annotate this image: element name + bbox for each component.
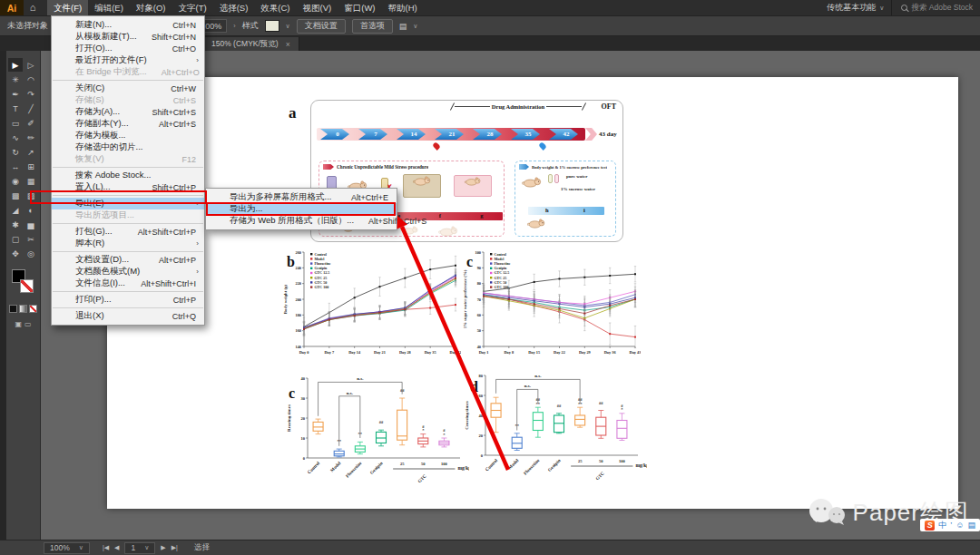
- export-submenu-item-0[interactable]: 导出为多种屏幕所用格式...Alt+Ctrl+E: [206, 191, 397, 203]
- paintbrush-tool[interactable]: ✐: [24, 116, 38, 130]
- home-icon[interactable]: ⌂: [24, 0, 42, 15]
- menubar-item-5[interactable]: 效果(C): [254, 0, 296, 15]
- ime-punct-icon[interactable]: ’: [950, 521, 952, 530]
- menubar-item-3[interactable]: 文字(T): [172, 0, 213, 15]
- ime-toolbar[interactable]: S 中 ’ ☺ ▤: [920, 519, 980, 531]
- ime-keyboard-icon[interactable]: ▤: [967, 521, 975, 530]
- color-mode-button[interactable]: [9, 305, 17, 313]
- file-menu-item-14[interactable]: 搜索 Adobe Stock...: [52, 170, 204, 181]
- menubar-item-6[interactable]: 视图(V): [297, 0, 338, 15]
- chevron-down-icon[interactable]: ∨: [286, 23, 290, 30]
- width-tool[interactable]: ↔: [8, 160, 23, 173]
- file-menu-item-21[interactable]: 脚本(R)›: [52, 238, 204, 249]
- file-menu-item-0[interactable]: 新建(N)...Ctrl+N: [52, 19, 204, 31]
- file-menu-item-8[interactable]: 存储为(A)...Shift+Ctrl+S: [52, 106, 204, 118]
- direct-selection-tool[interactable]: ▷: [24, 58, 38, 72]
- menubar-item-0[interactable]: 文件(F): [47, 0, 88, 15]
- gradient-tool[interactable]: ▨: [24, 189, 38, 202]
- file-menu-item-29[interactable]: 退出(X)Ctrl+Q: [52, 310, 204, 322]
- perspective-grid-tool[interactable]: ▦: [24, 174, 38, 188]
- file-menu-item-6[interactable]: 关闭(C)Ctrl+W: [52, 83, 204, 94]
- align-icon[interactable]: ▤: [399, 22, 407, 31]
- menubar-item-4[interactable]: 选择(S): [213, 0, 255, 15]
- file-menu-item-27[interactable]: 打印(P)...Ctrl+P: [52, 294, 204, 306]
- gradient-mode-button[interactable]: [19, 305, 27, 313]
- file-menu-item-17[interactable]: 导出(E)›: [52, 198, 204, 209]
- file-menu-item-1[interactable]: 从模板新建(T)...Shift+Ctrl+N: [52, 31, 204, 43]
- style-swatch[interactable]: [265, 20, 279, 32]
- file-menu-item-9[interactable]: 存储副本(Y)...Alt+Ctrl+S: [52, 118, 204, 130]
- menubar-item-7[interactable]: 窗口(W): [338, 0, 381, 15]
- file-menu-item-20[interactable]: 打包(G)...Alt+Shift+Ctrl+P: [52, 226, 204, 238]
- file-menu-item-24[interactable]: 文档颜色模式(M)›: [52, 266, 204, 278]
- svg-text:**: **: [358, 432, 363, 436]
- artboard[interactable]: a b c c d Drug AdministrationOFT43 day07…: [107, 77, 958, 509]
- lasso-tool[interactable]: ◠: [24, 73, 38, 86]
- blend-tool[interactable]: ◐: [24, 203, 38, 217]
- file-menu-item-15[interactable]: 置入(L)...Shift+Ctrl+P: [52, 181, 204, 193]
- svg-text:Model: Model: [329, 461, 342, 473]
- zoom-level-dropdown[interactable]: 100% ∨: [44, 542, 90, 554]
- file-menu-item-label: 存储(S): [75, 94, 104, 106]
- chevron-down-icon[interactable]: ∨: [413, 23, 417, 30]
- fill-stroke-control[interactable]: [12, 269, 35, 298]
- svg-text:Day 21: Day 21: [374, 350, 386, 355]
- hand-tool[interactable]: ✥: [8, 247, 23, 260]
- selection-tool[interactable]: ▶: [8, 58, 23, 72]
- sucrose-water-label: 1% sucrose water: [561, 187, 595, 191]
- file-menu-item-11[interactable]: 存储选中的切片...: [52, 141, 204, 153]
- document-setup-button[interactable]: 文档设置: [297, 19, 346, 34]
- close-icon[interactable]: ×: [286, 40, 290, 49]
- ime-lang-icon[interactable]: 中: [938, 520, 946, 531]
- shortcut-label: Alt+Shift+Ctrl+I: [126, 279, 196, 288]
- symbol-sprayer-tool[interactable]: ✱: [8, 218, 23, 231]
- line-segment-tool[interactable]: ╱: [24, 102, 38, 115]
- export-submenu-item-2[interactable]: 存储为 Web 所用格式（旧版）...Alt+Shift+Ctrl+S: [206, 215, 397, 227]
- menubar-item-1[interactable]: 编辑(E): [88, 0, 130, 15]
- shape-builder-tool[interactable]: ◉: [8, 174, 23, 188]
- preferences-button[interactable]: 首选项: [352, 19, 393, 34]
- eyedropper-tool[interactable]: ◢: [8, 203, 23, 217]
- workspace-switcher[interactable]: 传统基本功能 ∨: [827, 2, 884, 14]
- file-menu-item-2[interactable]: 打开(O)...Ctrl+O: [52, 43, 204, 54]
- menubar-item-2[interactable]: 对象(O): [130, 0, 172, 15]
- zoom-tool[interactable]: ◎: [24, 247, 38, 260]
- type-tool[interactable]: T: [8, 102, 23, 115]
- svg-text:Day 36: Day 36: [604, 350, 617, 355]
- screen-mode-icon[interactable]: ▭: [24, 320, 32, 328]
- rectangle-tool[interactable]: ▭: [8, 116, 23, 130]
- column-graph-tool[interactable]: ▅: [24, 218, 38, 231]
- file-menu-item-10[interactable]: 存储为模板...: [52, 130, 204, 141]
- document-tab[interactable]: 150% (CMYK/预览) ×: [203, 37, 299, 51]
- first-artboard-button[interactable]: |◀: [103, 544, 109, 551]
- pen-tool[interactable]: ✒: [8, 87, 23, 101]
- mesh-tool[interactable]: ▩: [8, 189, 23, 202]
- slice-tool[interactable]: ✂: [24, 232, 38, 246]
- ime-emoji-icon[interactable]: ☺: [956, 521, 964, 530]
- artboard-tool[interactable]: ▢: [8, 232, 23, 246]
- menubar-item-8[interactable]: 帮助(H): [382, 0, 424, 15]
- none-mode-button[interactable]: [29, 305, 37, 313]
- export-submenu-item-1[interactable]: 导出为...: [206, 203, 397, 215]
- ime-logo-icon[interactable]: S: [925, 521, 935, 531]
- prev-artboard-button[interactable]: ◀: [114, 544, 119, 551]
- stock-search-input[interactable]: 搜索 Adobe Stock: [891, 0, 973, 15]
- file-menu-item-3[interactable]: 最近打开的文件(F)›: [52, 54, 204, 66]
- free-transform-tool[interactable]: ⊞: [24, 160, 38, 173]
- shaper-tool[interactable]: ∿: [8, 131, 23, 144]
- pencil-tool[interactable]: ✏: [24, 131, 38, 144]
- stroke-color-swatch[interactable]: [20, 279, 34, 293]
- scale-tool[interactable]: ↗: [24, 145, 38, 159]
- magic-wand-tool[interactable]: ✳: [8, 73, 23, 86]
- draw-mode-icon[interactable]: ▣: [15, 320, 22, 328]
- sucrose-bottle-icon: [554, 174, 559, 183]
- rotate-tool[interactable]: ↻: [8, 145, 23, 159]
- chevron-right-icon[interactable]: ›: [233, 23, 235, 29]
- file-menu-item-23[interactable]: 文档设置(D)...Alt+Ctrl+P: [52, 254, 204, 266]
- svg-text:100: 100: [619, 459, 626, 463]
- file-menu-item-25[interactable]: 文件信息(I)...Alt+Shift+Ctrl+I: [52, 278, 204, 289]
- next-artboard-button[interactable]: ▶: [161, 544, 165, 551]
- last-artboard-button[interactable]: ▶|: [172, 544, 178, 551]
- curvature-tool[interactable]: ↷: [24, 87, 38, 101]
- artboard-number-dropdown[interactable]: 1 ∨: [124, 542, 155, 554]
